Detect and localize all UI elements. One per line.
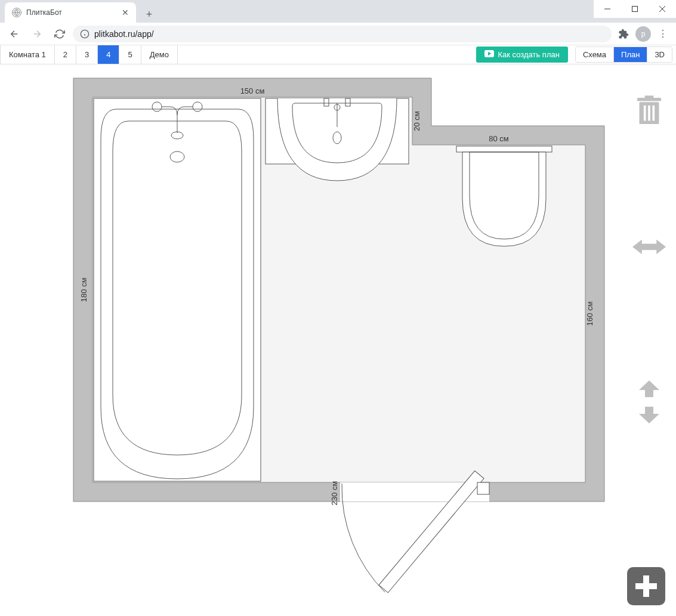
- svg-rect-30: [653, 106, 655, 121]
- svg-rect-35: [635, 583, 657, 589]
- back-button[interactable]: [5, 24, 24, 44]
- svg-marker-32: [639, 380, 659, 397]
- view-tab-3d[interactable]: 3D: [647, 47, 672, 62]
- bathtub[interactable]: [94, 98, 261, 481]
- view-tab-plan[interactable]: План: [614, 47, 647, 62]
- svg-rect-28: [644, 106, 646, 121]
- extensions-icon[interactable]: [615, 26, 632, 42]
- tab-title: ПлиткаБот: [26, 8, 62, 17]
- room-tab-demo[interactable]: Демо: [141, 45, 178, 64]
- browser-menu-icon[interactable]: ⋮: [655, 26, 671, 42]
- address-bar-row: plitkabot.ru/app/ p ⋮: [0, 23, 676, 45]
- add-button[interactable]: [627, 567, 665, 605]
- room-tab-3[interactable]: 3: [76, 45, 98, 64]
- dim-bottom: 230 см: [330, 481, 339, 506]
- svg-rect-26: [637, 98, 661, 101]
- svg-rect-24: [477, 482, 489, 494]
- dim-notch-w: 80 см: [489, 134, 509, 143]
- svg-rect-10: [94, 98, 261, 481]
- room-tab-1[interactable]: Комната 1: [0, 45, 55, 64]
- dim-notch-h: 20 см: [412, 111, 421, 131]
- svg-rect-2: [632, 7, 638, 12]
- minimize-button[interactable]: [594, 0, 621, 18]
- dim-top: 150 см: [240, 86, 265, 95]
- view-tab-schema[interactable]: Схема: [576, 47, 614, 62]
- toilet[interactable]: [456, 146, 552, 246]
- dim-left: 180 см: [79, 278, 88, 302]
- reload-button[interactable]: [50, 24, 69, 44]
- room-tab-4[interactable]: 4: [98, 45, 119, 64]
- svg-rect-21: [456, 146, 552, 152]
- window-titlebar: ПлиткаБот ✕ +: [0, 0, 676, 23]
- url-text: plitkabot.ru/app/: [94, 29, 154, 39]
- video-icon: [484, 50, 494, 59]
- move-up-tool[interactable]: [632, 378, 666, 400]
- window-controls: [594, 0, 676, 18]
- view-tabs: Схема План 3D: [575, 47, 672, 63]
- close-window-button[interactable]: [649, 0, 676, 18]
- side-tools: [622, 64, 676, 616]
- close-tab-icon[interactable]: ✕: [122, 8, 129, 17]
- door[interactable]: [340, 470, 489, 592]
- howto-label: Как создать план: [498, 50, 559, 59]
- room-tabs: Комната 1 2 3 4 5 Демо: [0, 45, 178, 64]
- profile-avatar[interactable]: p: [635, 26, 651, 42]
- maximize-button[interactable]: [621, 0, 649, 18]
- app-toolbar: Комната 1 2 3 4 5 Демо Как создать план …: [0, 45, 676, 64]
- browser-tab[interactable]: ПлиткаБот ✕: [5, 2, 136, 23]
- svg-rect-27: [645, 95, 654, 98]
- move-down-tool[interactable]: [632, 404, 666, 426]
- avatar-letter: p: [641, 30, 646, 38]
- mirror-horizontal-tool[interactable]: [632, 230, 666, 264]
- globe-icon: [12, 8, 21, 17]
- room-tab-2[interactable]: 2: [55, 45, 76, 64]
- canvas[interactable]: 150 см 180 см 20 см 80 см 160 см 230 см: [0, 64, 676, 616]
- floorplan-drawing[interactable]: 150 см 180 см 20 см 80 см 160 см 230 см: [69, 73, 618, 610]
- site-info-icon[interactable]: [80, 29, 89, 39]
- address-bar[interactable]: plitkabot.ru/app/: [73, 26, 612, 42]
- delete-tool[interactable]: [632, 94, 666, 128]
- new-tab-button[interactable]: +: [141, 6, 158, 23]
- howto-button[interactable]: Как создать план: [476, 47, 567, 63]
- dim-right: 160 см: [585, 302, 594, 326]
- svg-marker-33: [639, 407, 659, 423]
- room-tab-5[interactable]: 5: [119, 45, 141, 64]
- forward-button[interactable]: [27, 24, 47, 44]
- svg-marker-31: [632, 240, 666, 255]
- svg-rect-29: [648, 106, 650, 121]
